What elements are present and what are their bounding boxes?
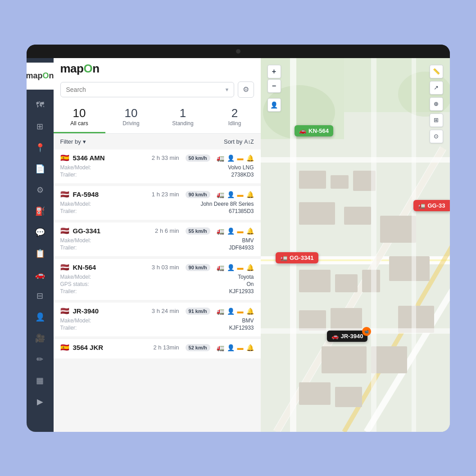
truck-icon: 🚛 <box>217 154 224 162</box>
bell-icon: 🔔 <box>246 344 254 351</box>
vehicle-detail-label: Trailer: <box>60 325 77 331</box>
marker-car-icon: 🚗 <box>299 127 306 134</box>
vehicle-detail-label: Make/Model: <box>60 201 91 207</box>
ruler-tool-button[interactable]: 📏 <box>430 65 443 78</box>
fuel-icon[interactable]: ⛽ <box>30 201 50 221</box>
stat-all-cars-number: 10 <box>54 107 105 120</box>
map-marker-gg3341[interactable]: 🚛 GG-3341 <box>276 252 318 263</box>
vehicle-flag: 🇪🇸 <box>60 154 69 162</box>
truck-icon: 🚛 <box>217 191 224 198</box>
grid-icon[interactable]: ⊞ <box>30 117 50 136</box>
zoom-in-button[interactable]: + <box>267 65 281 78</box>
vehicle-card[interactable]: 🇱🇻GG-33412 h 6 min55 km/h🚛👤▬🔔Make/Model:… <box>54 222 261 256</box>
tasks-icon[interactable]: 📋 <box>30 244 50 263</box>
vehicle-time: 3 h 03 min <box>152 264 179 271</box>
vehicle-speed-badge: 52 km/h <box>186 344 210 351</box>
svg-rect-9 <box>290 58 296 432</box>
cluster-tool-button[interactable]: ⊕ <box>430 97 443 111</box>
svg-rect-13 <box>299 171 326 189</box>
map-marker-jr3940[interactable]: 🚗 JR-3940 📹 <box>327 331 368 342</box>
barcode-icon[interactable]: ▦ <box>30 371 50 390</box>
video-icon[interactable]: ▶ <box>30 392 50 412</box>
vehicle-detail-row: Make/Model:Volvo LNG <box>60 164 254 171</box>
marker-car2-icon: 🚗 <box>331 333 339 340</box>
vehicle-detail-row: Make/Model:BMV <box>60 317 254 324</box>
filter-sort-bar: Filter by ▾ Sort by A↕Z <box>54 134 261 150</box>
vehicle-status-icons: 🚛👤▬🔔 <box>217 154 254 162</box>
vehicle-detail-label: Trailer: <box>60 288 77 295</box>
edit-icon[interactable]: ✏ <box>30 349 50 369</box>
vehicle-detail-label: Trailer: <box>60 172 77 178</box>
vehicle-card[interactable]: 🇪🇸5346 AMN2 h 33 min50 km/h🚛👤▬🔔Make/Mode… <box>54 150 261 183</box>
search-input[interactable] <box>60 82 234 97</box>
vehicle-card[interactable]: 🇱🇻JR-39403 h 24 min91 km/h🚛👤▬🔔Make/Model… <box>54 303 261 336</box>
gear-icon: ⚙ <box>243 85 249 94</box>
person-icon: 👤 <box>227 308 235 315</box>
truck-icon: 🚛 <box>217 264 224 271</box>
dashboard-icon[interactable]: ⊟ <box>30 286 50 306</box>
vehicle-header: 🇱🇻KN-5643 h 03 min90 km/h🚛👤▬🔔 <box>60 263 254 271</box>
vehicle-speed-badge: 90 km/h <box>186 264 210 271</box>
camera-badge-icon: 📹 <box>364 330 369 334</box>
messages-icon[interactable]: 💬 <box>30 222 50 242</box>
sort-label: Sort by <box>224 138 242 145</box>
zoom-out-button[interactable]: − <box>267 79 281 93</box>
battery-icon: ▬ <box>237 191 244 198</box>
route-tool-button[interactable]: ↗ <box>430 81 443 95</box>
vehicle-detail-value: John Deere 8R Series <box>200 201 254 207</box>
header-logo-area: mapOn <box>54 58 261 78</box>
svg-rect-17 <box>344 207 371 225</box>
marker-jr3940-label: JR-3940 <box>341 333 363 340</box>
sidebar: mapOn 🗺⊞📍📄⚙⛽💬📋🚗⊟👤🎥✏▦▶ <box>27 58 54 432</box>
vehicle-detail-value: 2738KD3 <box>231 172 254 178</box>
profile-icon[interactable]: 👤 <box>30 307 50 327</box>
map-controls: + − 👤 <box>267 65 281 112</box>
stat-idling[interactable]: 2 Idling <box>209 107 261 134</box>
search-bar-area: ▼ ⚙ <box>54 78 261 102</box>
vehicle-header: 🇪🇸5346 AMN2 h 33 min50 km/h🚛👤▬🔔 <box>60 154 254 162</box>
search-settings-button[interactable]: ⚙ <box>238 82 254 98</box>
camera-icon[interactable]: 🎥 <box>30 328 50 348</box>
alerts-icon[interactable]: ⚙ <box>30 180 50 200</box>
center-button[interactable]: ⊙ <box>430 130 443 143</box>
vehicle-detail-value: Toyota <box>238 274 254 280</box>
map-side-controls: 📏 ↗ ⊕ ⊞ ⊙ <box>430 65 443 143</box>
truck-icon: 🚛 <box>217 344 224 351</box>
stat-driving[interactable]: 10 Driving <box>105 107 157 134</box>
vehicle-card[interactable]: 🇱🇻FA-59481 h 23 min90 km/h🚛👤▬🔔Make/Model… <box>54 186 261 220</box>
vehicle-detail-value: KJF12933 <box>229 288 254 295</box>
stat-all-cars[interactable]: 10 All cars <box>54 107 105 134</box>
stat-standing[interactable]: 1 Standing <box>157 107 209 134</box>
car-icon[interactable]: 🚗 <box>30 265 50 285</box>
vehicle-card[interactable]: 🇪🇸3564 JKR2 h 13min52 km/h🚛👤▬🔔 <box>54 339 261 358</box>
vehicle-header: 🇱🇻FA-59481 h 23 min90 km/h🚛👤▬🔔 <box>60 190 254 198</box>
vehicle-detail-value: 671385D3 <box>229 208 254 214</box>
vehicle-flag: 🇪🇸 <box>60 344 69 351</box>
vehicle-detail-value: BMV <box>242 317 254 324</box>
battery-icon: ▬ <box>237 154 244 162</box>
route-icon[interactable]: 📍 <box>30 138 50 158</box>
vehicle-detail-row: Make/Model:John Deere 8R Series <box>60 201 254 207</box>
filter-button[interactable]: Filter by ▾ <box>60 138 86 145</box>
reports-icon[interactable]: 📄 <box>30 159 50 179</box>
vehicle-detail-row: Trailer:KJF12933 <box>60 288 254 295</box>
search-input-wrapper: ▼ <box>60 82 234 97</box>
layers-button[interactable]: ⊞ <box>430 113 443 127</box>
vehicle-id: FA-5948 <box>73 190 148 198</box>
marker-truck-icon: 🚛 <box>418 202 425 209</box>
vehicle-detail-row: Make/Model:BMV <box>60 237 254 244</box>
svg-rect-23 <box>380 216 416 243</box>
sort-button[interactable]: Sort by A↕Z <box>224 138 254 145</box>
marker-gg3341-label: GG-3341 <box>290 254 313 261</box>
map-marker-gg33[interactable]: 🚛 GG-33 <box>413 200 449 211</box>
vehicle-card[interactable]: 🇱🇻KN-5643 h 03 min90 km/h🚛👤▬🔔Make/Model:… <box>54 259 261 300</box>
vehicle-detail-row: Trailer:671385D3 <box>60 208 254 214</box>
map-area: + − 👤 📏 ↗ ⊕ ⊞ ⊙ 🚗 KN-564 🚛 GG-33 <box>261 58 450 432</box>
map-icon[interactable]: 🗺 <box>30 95 50 115</box>
street-view-button[interactable]: 👤 <box>267 98 281 112</box>
vehicle-detail-row: GPS status:On <box>60 281 254 287</box>
svg-rect-29 <box>335 387 362 407</box>
person-icon: 👤 <box>227 154 235 162</box>
map-marker-kn564[interactable]: 🚗 KN-564 <box>295 125 333 136</box>
device-top-bar <box>27 45 450 58</box>
